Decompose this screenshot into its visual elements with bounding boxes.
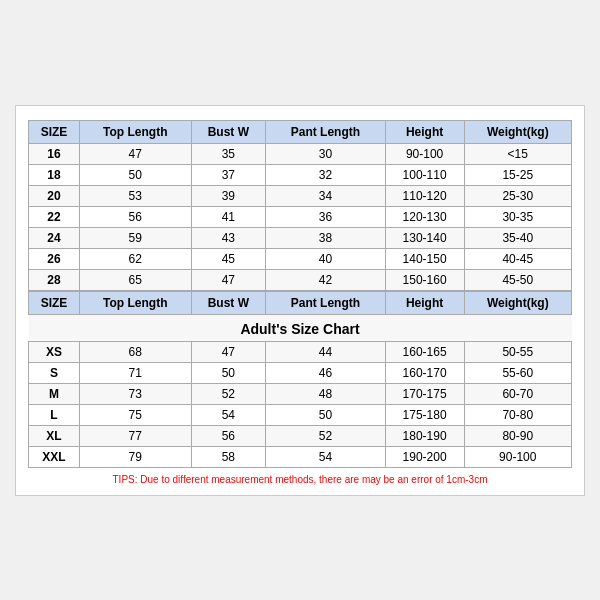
table-cell: S [29,362,80,383]
table-cell: 16 [29,143,80,164]
table-row: 1647353090-100<15 [29,143,572,164]
table-row: 18503732100-11015-25 [29,164,572,185]
table-cell: 43 [191,227,266,248]
table-row: 24594338130-14035-40 [29,227,572,248]
table-cell: 71 [79,362,191,383]
table-cell: 190-200 [385,446,464,467]
table-cell: 47 [191,269,266,290]
table-cell: 41 [191,206,266,227]
table-cell: 24 [29,227,80,248]
table-cell: 50 [79,164,191,185]
table-cell: 20 [29,185,80,206]
table-cell: 58 [191,446,266,467]
adults-col-height: Height [385,291,464,314]
table-cell: 160-165 [385,341,464,362]
table-cell: 56 [191,425,266,446]
adults-size-table: Adult's Size Chart SIZE Top Length Bust … [28,291,572,468]
table-cell: 130-140 [385,227,464,248]
table-cell: 170-175 [385,383,464,404]
children-header-row: SIZE Top Length Bust W Pant Length Heigh… [29,120,572,143]
table-cell: 50 [266,404,386,425]
table-cell: 90-100 [385,143,464,164]
table-cell: L [29,404,80,425]
adults-header-row: SIZE Top Length Bust W Pant Length Heigh… [29,291,572,314]
children-col-height: Height [385,120,464,143]
table-cell: 18 [29,164,80,185]
adults-col-bust: Bust W [191,291,266,314]
table-row: 28654742150-16045-50 [29,269,572,290]
chart-container: SIZE Top Length Bust W Pant Length Heigh… [15,105,585,496]
table-cell: 52 [191,383,266,404]
table-cell: 160-170 [385,362,464,383]
table-cell: 80-90 [464,425,571,446]
table-cell: 180-190 [385,425,464,446]
table-cell: 25-30 [464,185,571,206]
table-cell: 47 [79,143,191,164]
table-cell: 35-40 [464,227,571,248]
table-cell: XL [29,425,80,446]
table-cell: 75 [79,404,191,425]
table-cell: 65 [79,269,191,290]
table-cell: 50-55 [464,341,571,362]
table-cell: 60-70 [464,383,571,404]
table-cell: 90-100 [464,446,571,467]
table-cell: 45-50 [464,269,571,290]
children-col-top-length: Top Length [79,120,191,143]
adults-col-top-length: Top Length [79,291,191,314]
adults-col-pant-length: Pant Length [266,291,386,314]
table-cell: XXL [29,446,80,467]
table-cell: 53 [79,185,191,206]
table-row: 22564136120-13030-35 [29,206,572,227]
table-cell: 40 [266,248,386,269]
table-cell: M [29,383,80,404]
table-cell: 79 [79,446,191,467]
children-col-bust: Bust W [191,120,266,143]
table-cell: 56 [79,206,191,227]
table-cell: 46 [266,362,386,383]
table-cell: 36 [266,206,386,227]
table-cell: 50 [191,362,266,383]
table-cell: 68 [79,341,191,362]
table-row: 20533934110-12025-30 [29,185,572,206]
adults-title-row: Adult's Size Chart [29,314,572,341]
table-cell: 42 [266,269,386,290]
table-cell: 30-35 [464,206,571,227]
table-row: L755450175-18070-80 [29,404,572,425]
table-cell: 100-110 [385,164,464,185]
table-cell: 175-180 [385,404,464,425]
table-cell: 54 [191,404,266,425]
adults-col-size: SIZE [29,291,80,314]
children-col-weight: Weight(kg) [464,120,571,143]
table-cell: 39 [191,185,266,206]
table-cell: 26 [29,248,80,269]
adults-chart-title: Adult's Size Chart [29,314,572,341]
table-cell: 47 [191,341,266,362]
table-cell: 44 [266,341,386,362]
table-cell: 140-150 [385,248,464,269]
table-row: 26624540140-15040-45 [29,248,572,269]
table-cell: 110-120 [385,185,464,206]
table-cell: 40-45 [464,248,571,269]
table-cell: 59 [79,227,191,248]
table-cell: 55-60 [464,362,571,383]
table-row: XS684744160-16550-55 [29,341,572,362]
table-row: XL775652180-19080-90 [29,425,572,446]
table-cell: 150-160 [385,269,464,290]
table-cell: 54 [266,446,386,467]
table-cell: XS [29,341,80,362]
table-cell: 38 [266,227,386,248]
tips-text: TIPS: Due to different measurement metho… [28,474,572,485]
table-cell: 37 [191,164,266,185]
children-col-pant-length: Pant Length [266,120,386,143]
table-cell: 120-130 [385,206,464,227]
table-row: XXL795854190-20090-100 [29,446,572,467]
table-cell: 48 [266,383,386,404]
adults-col-weight: Weight(kg) [464,291,571,314]
table-row: S715046160-17055-60 [29,362,572,383]
table-cell: 70-80 [464,404,571,425]
table-cell: 15-25 [464,164,571,185]
table-cell: 34 [266,185,386,206]
table-cell: 52 [266,425,386,446]
table-cell: 30 [266,143,386,164]
table-cell: 62 [79,248,191,269]
